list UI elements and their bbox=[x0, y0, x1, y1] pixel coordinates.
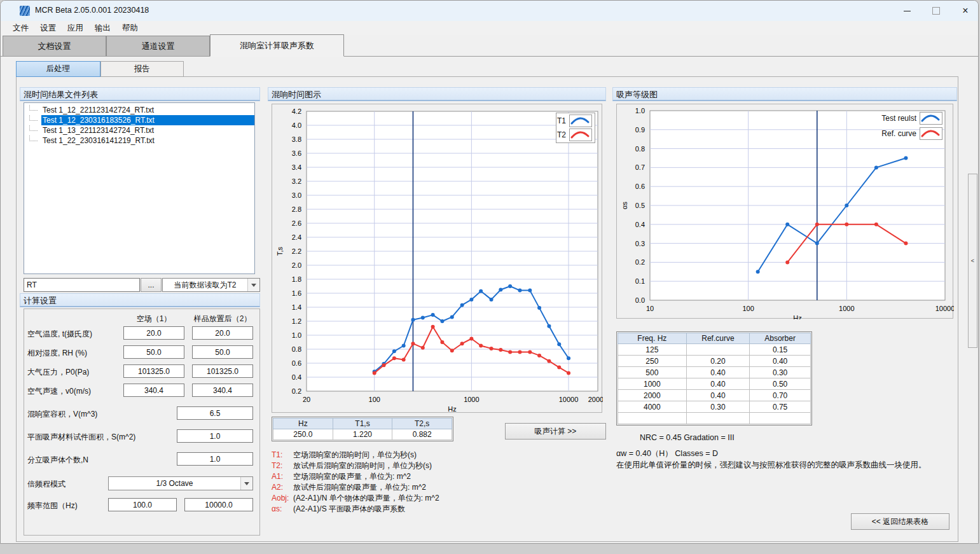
calc-row-input-2[interactable]: 20.0 bbox=[192, 326, 253, 340]
calc-single-label: 混响室容积，V(m^3) bbox=[27, 409, 97, 420]
svg-text:2.0: 2.0 bbox=[292, 261, 301, 269]
freq-range-from-input[interactable]: 100.0 bbox=[108, 498, 177, 511]
table-row[interactable]: 20000.400.70 bbox=[618, 390, 811, 401]
minimize-button[interactable] bbox=[892, 1, 921, 21]
tab-0[interactable]: 文档设置 bbox=[3, 36, 106, 56]
calc-row-input-1[interactable]: 50.0 bbox=[123, 345, 184, 359]
calc-row-input-2[interactable]: 340.4 bbox=[192, 384, 253, 397]
file-list-item[interactable]: Test 1_22_230316141219_RT.txt bbox=[24, 135, 254, 146]
note-line: T1:空场混响室的混响时间，单位为秒(s) bbox=[272, 450, 439, 461]
minimize-icon bbox=[904, 11, 911, 11]
table-row[interactable] bbox=[618, 413, 811, 424]
tab-1[interactable]: 通道设置 bbox=[106, 36, 210, 56]
calc-row-input-2[interactable]: 50.0 bbox=[192, 345, 253, 359]
absorption-table[interactable]: Freq. HzRef.curveAbsorber1250.152500.200… bbox=[618, 333, 811, 424]
svg-text:Hz: Hz bbox=[448, 405, 456, 413]
freq-range-to-input[interactable]: 10000.0 bbox=[184, 498, 253, 511]
note-text: 空场混响室的吸声量，单位为: m^2 bbox=[293, 472, 411, 481]
note-line: αs:(A2-A1)/S 平面吸声体的吸声系数 bbox=[272, 504, 439, 515]
absorption-table-cell: 0.40 bbox=[750, 356, 811, 367]
table-row[interactable]: 40000.300.75 bbox=[618, 401, 811, 413]
absorption-table-cell: 1000 bbox=[618, 378, 687, 390]
legend-label: Test reulst bbox=[881, 114, 916, 123]
tab-2[interactable]: 混响室计算吸声系数 bbox=[210, 34, 344, 57]
title-bar: MCR Beta 2.05.0.001 20230418 × bbox=[1, 1, 978, 21]
maximize-icon bbox=[932, 7, 940, 15]
table-row[interactable]: 1250.15 bbox=[618, 344, 811, 356]
window-title: MCR Beta 2.05.0.001 20230418 bbox=[35, 6, 149, 15]
calc-single-input[interactable]: 1.0 bbox=[177, 452, 253, 466]
absorption-table-header: Freq. Hz bbox=[618, 333, 687, 344]
data-read-dropdown[interactable]: 当前数据读取为T2 bbox=[162, 278, 260, 292]
calc-row-input-1[interactable]: 340.4 bbox=[123, 384, 184, 397]
t1-curve-icon bbox=[569, 114, 592, 127]
subtab-postprocess[interactable]: 后处理 bbox=[16, 61, 100, 77]
absorption-table-cell: 0.40 bbox=[686, 367, 750, 378]
browse-button[interactable]: ... bbox=[141, 278, 162, 292]
absorption-table-cell: 0.30 bbox=[686, 401, 750, 413]
calc-row-label: 空气温度, t(摄氏度) bbox=[27, 329, 92, 340]
calc-row-input-1[interactable]: 101325.0 bbox=[123, 364, 184, 378]
svg-text:0.3: 0.3 bbox=[635, 240, 645, 247]
file-list-item[interactable]: Test 1_12_230316183526_RT.txt bbox=[24, 115, 254, 125]
note-text: 空场混响室的混响时间，单位为秒(s) bbox=[293, 450, 417, 459]
menu-item-4[interactable]: 帮助 bbox=[116, 22, 144, 35]
svg-text:0.5: 0.5 bbox=[635, 202, 645, 209]
app-window: MCR Beta 2.05.0.001 20230418 × 文件设置应用输出帮… bbox=[0, 0, 979, 544]
absorption-table-cell: 250 bbox=[618, 356, 687, 367]
absorption-table-cell: 125 bbox=[618, 344, 687, 356]
note-line: T2:放试件后混响室的混响时间，单位为秒(s) bbox=[272, 461, 439, 471]
file-list[interactable]: Test 1_12_221123142724_RT.txtTest 1_12_2… bbox=[24, 102, 255, 274]
grade-chart-legend: Test reulstRef. curve bbox=[833, 112, 942, 142]
svg-text:1.2: 1.2 bbox=[292, 317, 301, 325]
svg-text:0.6: 0.6 bbox=[635, 183, 645, 190]
return-results-button[interactable]: << 返回结果表格 bbox=[851, 513, 949, 530]
file-name: Test 1_12_221123142724_RT.txt bbox=[41, 105, 254, 115]
note-text: 放试件后混响室的混响时间，单位为秒(s) bbox=[293, 461, 432, 470]
absorption-table-cell: 0.30 bbox=[750, 367, 811, 378]
table-row[interactable]: 2500.200.40 bbox=[618, 356, 811, 367]
file-list-item[interactable]: Test 1_13_221123142724_RT.txt bbox=[24, 125, 254, 135]
table-row[interactable]: 5000.400.30 bbox=[618, 367, 811, 378]
octave-mode-label: 倍频程模式 bbox=[27, 479, 66, 490]
file-name: Test 1_22_230316141219_RT.txt bbox=[41, 135, 254, 146]
calc-single-input[interactable]: 6.5 bbox=[177, 406, 253, 420]
octave-mode-dropdown[interactable]: 1/3 Octave bbox=[108, 476, 253, 490]
cursor-readout-table: HzT1,sT2,s250.01.2200.882 bbox=[273, 418, 452, 440]
svg-text:3.2: 3.2 bbox=[292, 177, 301, 185]
grade-table-frame: Freq. HzRef.curveAbsorber1250.152500.200… bbox=[616, 331, 812, 426]
absorption-table-cell bbox=[686, 344, 750, 356]
rt-name-input[interactable]: RT bbox=[24, 278, 140, 292]
cursor-table-cell: 0.882 bbox=[392, 429, 452, 440]
svg-text:100: 100 bbox=[742, 305, 754, 312]
calc-row-input-2[interactable]: 101325.0 bbox=[192, 364, 253, 378]
calc-single-input[interactable]: 1.0 bbox=[177, 429, 253, 443]
menu-item-0[interactable]: 文件 bbox=[7, 22, 34, 35]
menu-bar: 文件设置应用输出帮助 bbox=[1, 21, 978, 35]
legend-notes: T1:空场混响室的混响时间，单位为秒(s)T2:放试件后混响室的混响时间，单位为… bbox=[272, 450, 439, 515]
close-button[interactable]: × bbox=[951, 1, 979, 21]
note-line: A2:放试件后混响室的吸声量，单位为: m^2 bbox=[272, 482, 439, 493]
subtab-report[interactable]: 报告 bbox=[100, 61, 184, 77]
svg-text:1.6: 1.6 bbox=[292, 289, 301, 297]
svg-text:0.8: 0.8 bbox=[292, 345, 301, 353]
legend-label: Ref. curve bbox=[881, 129, 916, 138]
calc-row-input-1[interactable]: 20.0 bbox=[123, 326, 184, 340]
absorption-calc-button[interactable]: 吸声计算 >> bbox=[505, 423, 606, 440]
grade-chart-area: 0.00.10.20.30.40.50.60.70.80.91.01010010… bbox=[616, 104, 953, 319]
svg-text:1.4: 1.4 bbox=[292, 303, 301, 311]
file-list-item[interactable]: Test 1_12_221123142724_RT.txt bbox=[24, 105, 254, 115]
chevron-down-icon[interactable] bbox=[240, 477, 252, 490]
svg-text:0.2: 0.2 bbox=[635, 258, 645, 266]
rt-chart-header: 混响时间图示 bbox=[268, 87, 606, 101]
octave-mode-value: 1/3 Octave bbox=[109, 479, 240, 488]
chevron-down-icon[interactable] bbox=[247, 279, 259, 291]
collapse-splitter[interactable]: < bbox=[968, 174, 977, 348]
table-row[interactable]: 10000.400.50 bbox=[618, 378, 811, 390]
menu-item-2[interactable]: 应用 bbox=[62, 22, 89, 35]
tree-branch-icon bbox=[29, 115, 38, 121]
maximize-button[interactable] bbox=[921, 1, 951, 21]
note-key: Aobj: bbox=[272, 493, 293, 504]
menu-item-1[interactable]: 设置 bbox=[34, 22, 62, 35]
menu-item-3[interactable]: 输出 bbox=[89, 22, 116, 35]
